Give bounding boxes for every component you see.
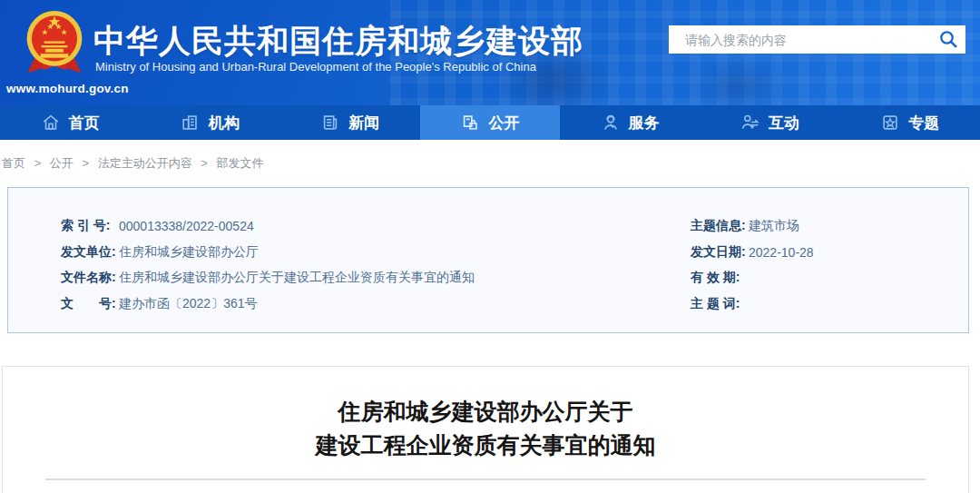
- main-navigation: 首页 机构 新闻 公开: [0, 105, 980, 140]
- nav-item-organization[interactable]: 机构: [140, 105, 279, 140]
- nav-item-label: 机构: [209, 113, 240, 133]
- page: www.mohurd.gov.cn 中华人民共和国住房和城乡建设部 Minist…: [0, 0, 980, 493]
- nav-item-home[interactable]: 首页: [0, 105, 140, 140]
- nav-item-service[interactable]: 服务: [560, 105, 700, 140]
- breadcrumb-separator: >: [34, 156, 42, 170]
- nav-item-label: 互动: [769, 113, 799, 133]
- meta-label: 发文单位:: [61, 244, 119, 261]
- meta-label: 文件名称:: [61, 270, 119, 286]
- meta-value: 建筑市场: [749, 218, 799, 234]
- disclosure-icon: [460, 113, 480, 133]
- meta-row-issue-date: 发文日期: 2022-10-28: [691, 240, 963, 266]
- meta-label: 文 号:: [61, 296, 119, 312]
- site-title: 中华人民共和国住房和城乡建设部: [93, 20, 583, 63]
- article-panel: 住房和城乡建设部办公厅关于 建设工程企业资质有关事宜的通知: [2, 366, 969, 493]
- meta-row-document-title: 文件名称: 住房和城乡建设部办公厅关于建设工程企业资质有关事宜的通知: [61, 265, 660, 291]
- breadcrumb: 首页 > 公开 > 法定主动公开内容 > 部发文件: [2, 155, 264, 172]
- meta-row-keywords: 主 题 词:: [691, 291, 963, 318]
- organization-icon: [181, 113, 201, 133]
- home-icon: [41, 113, 61, 133]
- site-header: www.mohurd.gov.cn 中华人民共和国住房和城乡建设部 Minist…: [0, 0, 980, 105]
- nav-item-label: 专题: [908, 113, 939, 133]
- topics-icon: [880, 113, 900, 133]
- meta-value: 000013338/2022-00524: [119, 219, 254, 233]
- meta-label: 发文日期:: [691, 244, 749, 261]
- document-meta-box: 索 引 号: 000013338/2022-00524 发文单位: 住房和城乡建…: [7, 187, 969, 333]
- breadcrumb-item-disclosure[interactable]: 公开: [50, 156, 74, 170]
- search-input[interactable]: [669, 25, 965, 54]
- service-icon: [601, 113, 621, 133]
- national-emblem-icon: [20, 6, 89, 84]
- meta-label: 主 题 词:: [691, 296, 749, 312]
- meta-label: 有 效 期:: [691, 270, 749, 286]
- meta-row-validity: 有 效 期:: [691, 265, 963, 291]
- nav-item-interaction[interactable]: 互动: [700, 105, 839, 140]
- meta-row-issuing-unit: 发文单位: 住房和城乡建设部办公厅: [61, 240, 660, 266]
- meta-row-topic-info: 主题信息: 建筑市场: [691, 213, 963, 240]
- article-title-line2: 建设工程企业资质有关事宜的通知: [3, 429, 968, 462]
- nav-item-label: 服务: [629, 113, 660, 133]
- nav-item-label: 公开: [488, 113, 519, 133]
- site-subtitle-english: Ministry of Housing and Urban-Rural Deve…: [95, 60, 536, 74]
- meta-row-index-number: 索 引 号: 000013338/2022-00524: [61, 213, 660, 240]
- breadcrumb-item-home[interactable]: 首页: [2, 156, 25, 170]
- nav-item-label: 首页: [69, 113, 100, 133]
- article-title: 住房和城乡建设部办公厅关于 建设工程企业资质有关事宜的通知: [3, 367, 968, 462]
- article-divider: [45, 478, 926, 480]
- nav-item-label: 新闻: [348, 113, 379, 133]
- meta-row-document-number: 文 号: 建办市函〔2022〕361号: [61, 291, 660, 318]
- meta-value: 建办市函〔2022〕361号: [119, 296, 258, 312]
- breadcrumb-separator: >: [201, 156, 208, 170]
- search-box: [669, 25, 965, 54]
- breadcrumb-separator: >: [82, 156, 89, 170]
- meta-label: 索 引 号:: [61, 218, 119, 234]
- site-url: www.mohurd.gov.cn: [6, 82, 142, 95]
- meta-value: 2022-10-28: [749, 245, 814, 260]
- news-icon: [320, 113, 340, 133]
- interaction-icon: [740, 113, 760, 133]
- nav-item-news[interactable]: 新闻: [280, 105, 420, 140]
- nav-item-topics[interactable]: 专题: [840, 105, 980, 140]
- search-icon[interactable]: [938, 29, 958, 49]
- meta-label: 主题信息:: [691, 218, 749, 234]
- meta-value: 住房和城乡建设部办公厅: [119, 244, 259, 261]
- meta-column-left: 索 引 号: 000013338/2022-00524 发文单位: 住房和城乡建…: [61, 213, 660, 317]
- header-tree-image: [690, 54, 789, 105]
- nav-item-disclosure[interactable]: 公开: [420, 105, 560, 140]
- national-emblem-logo[interactable]: [20, 6, 89, 84]
- breadcrumb-item-ministry-documents[interactable]: 部发文件: [217, 156, 264, 170]
- meta-column-right: 主题信息: 建筑市场 发文日期: 2022-10-28 有 效 期: 主 题 词…: [691, 213, 963, 317]
- breadcrumb-item-statutory-disclosure[interactable]: 法定主动公开内容: [98, 156, 192, 170]
- article-title-line1: 住房和城乡建设部办公厅关于: [3, 395, 968, 429]
- meta-value: 住房和城乡建设部办公厅关于建设工程企业资质有关事宜的通知: [119, 270, 475, 286]
